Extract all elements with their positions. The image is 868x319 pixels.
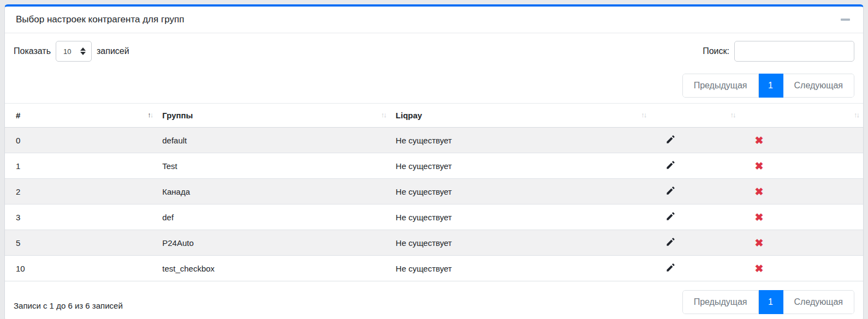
- table-footer: Записи с 1 до 6 из 6 записей Предыдущая …: [5, 290, 863, 314]
- page-number-button[interactable]: 1: [759, 74, 783, 98]
- column-header-liqpay[interactable]: Liqpay ↑↓: [390, 104, 650, 128]
- edit-button[interactable]: [656, 160, 676, 170]
- delete-button[interactable]: ✖: [745, 238, 764, 248]
- table-row: 3defНе существует✖: [5, 204, 863, 230]
- x-icon: ✖: [755, 263, 764, 274]
- pagination-top: Предыдущая 1 Следующая: [682, 74, 854, 98]
- search-label: Поиск:: [703, 46, 729, 56]
- column-header-edit[interactable]: ↑↓: [650, 104, 739, 128]
- pencil-icon: [665, 185, 676, 196]
- sort-arrows-icon: ↑↓: [381, 111, 386, 119]
- cell-liqpay: Не существует: [390, 256, 650, 281]
- cell-group: default: [157, 128, 390, 153]
- cell-edit: [650, 179, 739, 204]
- edit-button[interactable]: [656, 211, 676, 221]
- previous-page-button[interactable]: Предыдущая: [682, 74, 759, 98]
- delete-button[interactable]: ✖: [745, 161, 764, 171]
- pencil-icon: [665, 211, 676, 221]
- cell-id: 1: [5, 153, 157, 179]
- x-icon: ✖: [755, 186, 764, 197]
- cell-liqpay: Не существует: [390, 230, 650, 256]
- pencil-icon: [665, 160, 676, 170]
- cell-id: 3: [5, 204, 157, 230]
- pencil-icon: [665, 262, 676, 273]
- cell-id: 5: [5, 230, 157, 256]
- sort-arrows-icon: ↑↓: [730, 111, 735, 119]
- cell-group: Test: [157, 153, 390, 179]
- length-label-after: записей: [97, 46, 129, 56]
- next-page-button[interactable]: Следующая: [783, 74, 855, 98]
- cell-delete: ✖: [740, 128, 863, 153]
- x-icon: ✖: [755, 238, 764, 248]
- search-control: Поиск:: [703, 41, 854, 62]
- cell-id: 10: [5, 256, 157, 281]
- pencil-icon: [665, 134, 676, 145]
- page-number-button[interactable]: 1: [759, 290, 783, 314]
- cell-id: 0: [5, 128, 157, 153]
- table-header-row: # ↑↓ Группы ↑↓ Liqpay ↑↓ ↑↓: [5, 104, 863, 128]
- pagination-bottom: Предыдущая 1 Следующая: [682, 290, 854, 314]
- cell-edit: [650, 128, 739, 153]
- select-caret-icon: [80, 47, 86, 55]
- table-row: 1TestНе существует✖: [5, 153, 863, 179]
- cell-delete: ✖: [740, 230, 863, 256]
- cell-liqpay: Не существует: [390, 179, 650, 204]
- card-body: Показать 10 записей Поиск: Предыдущая 1 …: [5, 33, 863, 314]
- sort-arrows-icon: ↑↓: [147, 111, 152, 119]
- column-header-id[interactable]: # ↑↓: [5, 104, 157, 128]
- x-icon: ✖: [755, 161, 764, 171]
- edit-button[interactable]: [656, 237, 676, 247]
- groups-table: # ↑↓ Группы ↑↓ Liqpay ↑↓ ↑↓: [5, 103, 863, 281]
- x-icon: ✖: [755, 212, 764, 222]
- delete-button[interactable]: ✖: [745, 186, 764, 197]
- delete-button[interactable]: ✖: [745, 135, 764, 146]
- edit-button[interactable]: [656, 262, 676, 273]
- cell-delete: ✖: [740, 204, 863, 230]
- cell-group: P24Auto: [157, 230, 390, 256]
- cell-edit: [650, 204, 739, 230]
- pencil-icon: [665, 237, 676, 247]
- edit-button[interactable]: [656, 185, 676, 196]
- cell-liqpay: Не существует: [390, 153, 650, 179]
- table-row: 5P24AutoНе существует✖: [5, 230, 863, 256]
- cell-group: test_checkbox: [157, 256, 390, 281]
- cell-group: Канада: [157, 179, 390, 204]
- search-input[interactable]: [734, 41, 854, 62]
- cell-liqpay: Не существует: [390, 204, 650, 230]
- collapse-button[interactable]: [839, 15, 852, 24]
- cell-delete: ✖: [740, 179, 863, 204]
- records-info: Записи с 1 до 6 из 6 записей: [14, 294, 123, 310]
- table-row: 10test_checkboxНе существует✖: [5, 256, 863, 281]
- cell-edit: [650, 230, 739, 256]
- page-length-control: Показать 10 записей: [14, 41, 129, 62]
- length-label-before: Показать: [14, 46, 51, 56]
- cell-delete: ✖: [740, 153, 863, 179]
- page-length-select[interactable]: 10: [56, 41, 92, 62]
- sort-arrows-icon: ↑↓: [641, 111, 646, 119]
- counterparty-groups-card: Выбор настроек контрагента для групп Пок…: [4, 4, 864, 319]
- delete-button[interactable]: ✖: [745, 212, 764, 222]
- delete-button[interactable]: ✖: [745, 263, 764, 274]
- cell-edit: [650, 153, 739, 179]
- sort-arrows-icon: ↑↓: [854, 111, 859, 119]
- page-length-value: 10: [63, 47, 71, 56]
- table-row: 2КанадаНе существует✖: [5, 179, 863, 204]
- cell-edit: [650, 256, 739, 281]
- column-header-groups[interactable]: Группы ↑↓: [157, 104, 390, 128]
- edit-button[interactable]: [656, 134, 676, 145]
- table-controls: Показать 10 записей Поиск:: [5, 41, 863, 62]
- top-pagination-row: Предыдущая 1 Следующая: [5, 74, 863, 98]
- column-header-delete[interactable]: ↑↓: [740, 104, 863, 128]
- next-page-button[interactable]: Следующая: [783, 290, 855, 314]
- cell-group: def: [157, 204, 390, 230]
- minus-icon: [841, 19, 850, 21]
- table-row: 0defaultНе существует✖: [5, 128, 863, 153]
- cell-id: 2: [5, 179, 157, 204]
- cell-liqpay: Не существует: [390, 128, 650, 153]
- x-icon: ✖: [755, 135, 764, 146]
- page-title: Выбор настроек контрагента для групп: [16, 14, 184, 25]
- cell-delete: ✖: [740, 256, 863, 281]
- table-body: 0defaultНе существует✖1TestНе существует…: [5, 128, 863, 281]
- previous-page-button[interactable]: Предыдущая: [682, 290, 759, 314]
- card-header: Выбор настроек контрагента для групп: [5, 7, 863, 33]
